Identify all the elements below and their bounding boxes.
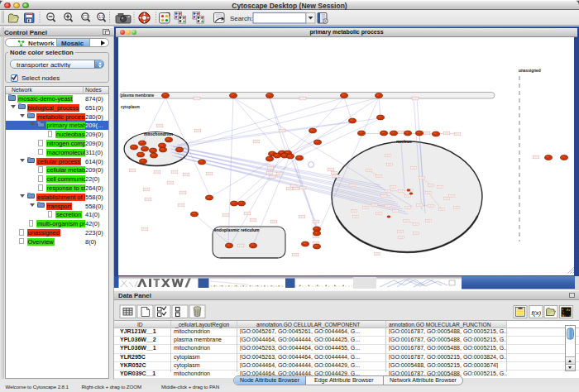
svg-text:Search:: Search: bbox=[230, 15, 253, 22]
svg-text:cytoplasm: cytoplasm bbox=[121, 105, 140, 109]
svg-text:unassigned: unassigned bbox=[519, 69, 541, 73]
svg-text:f(x): f(x) bbox=[532, 309, 542, 317]
svg-text:endoplasmic reticulum: endoplasmic reticulum bbox=[214, 227, 260, 232]
svg-text:plasma membrane: plasma membrane bbox=[121, 93, 155, 98]
svg-text:1:1: 1:1 bbox=[98, 15, 104, 19]
svg-text:mitochondrion: mitochondrion bbox=[144, 131, 173, 136]
svg-text:nucleus: nucleus bbox=[396, 139, 412, 144]
